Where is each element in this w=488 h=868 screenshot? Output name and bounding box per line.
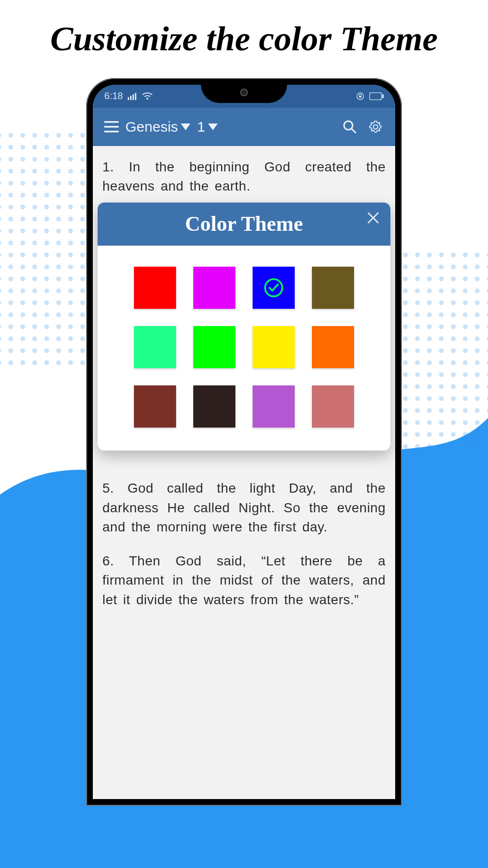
close-button[interactable] bbox=[365, 209, 382, 226]
app-bar: Genesis 1 bbox=[93, 108, 395, 146]
verse-text: 6. Then God said, “Let there be a firmam… bbox=[102, 552, 386, 610]
svg-point-17 bbox=[265, 279, 282, 296]
search-icon bbox=[343, 120, 357, 134]
phone-notch bbox=[201, 85, 287, 103]
close-icon bbox=[367, 212, 379, 224]
chevron-down-icon bbox=[208, 124, 218, 130]
svg-rect-11 bbox=[104, 131, 119, 133]
verse-text: 5. God called the light Day, and the dar… bbox=[102, 479, 386, 537]
color-swatch-orange[interactable] bbox=[312, 326, 354, 368]
color-theme-dialog: Color Theme bbox=[98, 203, 390, 451]
color-swatch-olive[interactable] bbox=[312, 267, 354, 309]
svg-point-14 bbox=[374, 124, 378, 129]
camera-dot bbox=[240, 89, 248, 96]
wifi-icon bbox=[142, 92, 153, 100]
color-swatch-yellow[interactable] bbox=[253, 326, 295, 368]
color-swatch-dark-brown[interactable] bbox=[193, 385, 235, 428]
svg-line-13 bbox=[352, 129, 355, 133]
dialog-header: Color Theme bbox=[98, 203, 390, 246]
phone-frame: 6:18 bbox=[86, 78, 402, 806]
menu-button[interactable] bbox=[100, 115, 123, 139]
svg-rect-2 bbox=[133, 94, 134, 100]
book-dropdown[interactable]: Genesis bbox=[125, 119, 190, 135]
svg-rect-8 bbox=[382, 94, 384, 98]
color-swatch-grid bbox=[98, 246, 390, 451]
page-title: Customize the color Theme bbox=[0, 0, 488, 59]
svg-rect-1 bbox=[130, 96, 132, 100]
chapter-dropdown[interactable]: 1 bbox=[197, 119, 218, 135]
color-swatch-purple[interactable] bbox=[253, 385, 295, 428]
svg-rect-7 bbox=[370, 92, 382, 100]
battery-icon bbox=[369, 92, 384, 100]
dialog-title: Color Theme bbox=[185, 212, 303, 236]
lock-rotation-icon bbox=[356, 92, 365, 101]
svg-rect-3 bbox=[135, 93, 136, 100]
color-swatch-blue[interactable] bbox=[253, 267, 295, 309]
reader-content: 1. In the beginning God created the heav… bbox=[93, 146, 395, 799]
verse-text: 1. In the beginning God created the heav… bbox=[102, 158, 386, 196]
status-time: 6:18 bbox=[104, 90, 123, 101]
signal-icon bbox=[128, 92, 137, 100]
color-swatch-rose[interactable] bbox=[312, 385, 354, 428]
chapter-label: 1 bbox=[197, 119, 205, 135]
svg-point-4 bbox=[146, 98, 148, 100]
check-icon bbox=[263, 277, 284, 298]
settings-button[interactable] bbox=[363, 114, 388, 140]
hamburger-icon bbox=[104, 121, 119, 133]
svg-rect-6 bbox=[359, 96, 362, 98]
gear-icon bbox=[368, 120, 383, 134]
color-swatch-red[interactable] bbox=[134, 267, 176, 309]
svg-rect-9 bbox=[104, 121, 119, 123]
book-label: Genesis bbox=[125, 119, 178, 135]
color-swatch-mint[interactable] bbox=[134, 326, 176, 368]
search-button[interactable] bbox=[337, 114, 363, 140]
chevron-down-icon bbox=[181, 124, 190, 130]
color-swatch-magenta[interactable] bbox=[193, 267, 235, 309]
svg-rect-10 bbox=[104, 126, 119, 128]
color-swatch-green[interactable] bbox=[193, 326, 235, 368]
svg-rect-0 bbox=[128, 97, 129, 100]
color-swatch-brown[interactable] bbox=[134, 385, 176, 428]
